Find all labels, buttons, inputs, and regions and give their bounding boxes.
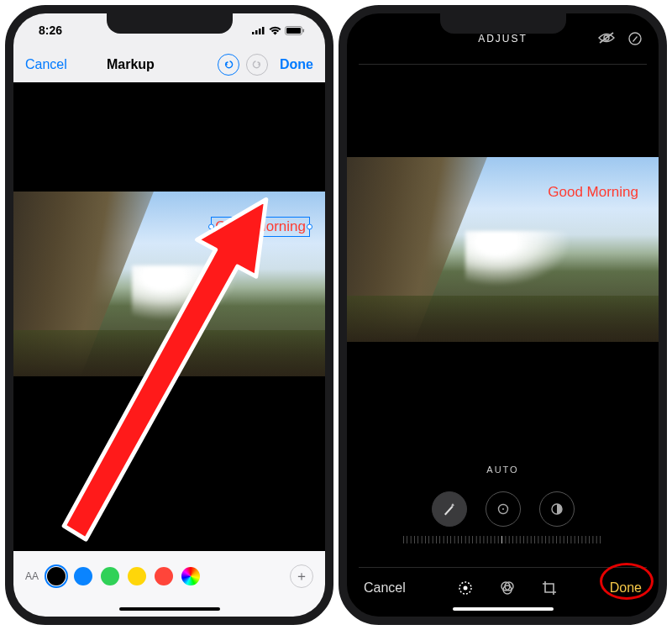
color-swatch-red[interactable] xyxy=(155,567,173,585)
color-swatch-blue[interactable] xyxy=(74,567,92,585)
brilliance-dial[interactable] xyxy=(539,491,575,527)
photo-preview: Good Morning xyxy=(13,192,325,376)
text-style-button[interactable]: AA xyxy=(25,570,39,582)
done-button[interactable]: Done xyxy=(280,57,313,72)
overlay-text: Good Morning xyxy=(548,184,638,201)
resize-handle-right[interactable] xyxy=(307,224,312,230)
auto-label: AUTO xyxy=(347,454,659,475)
cancel-button[interactable]: Cancel xyxy=(364,580,406,596)
photo-foreground xyxy=(13,330,325,376)
svg-rect-0 xyxy=(252,32,255,34)
done-button[interactable]: Done xyxy=(610,580,642,596)
color-swatch-black[interactable] xyxy=(47,567,66,585)
visibility-toggle-icon[interactable] xyxy=(598,32,615,45)
add-markup-button[interactable]: ＋ xyxy=(290,564,313,588)
cellular-icon xyxy=(252,26,265,34)
markup-canvas[interactable]: Good Morning xyxy=(13,82,325,551)
home-indicator xyxy=(13,601,325,617)
adjust-title: ADJUST xyxy=(478,33,528,45)
auto-enhance-dial[interactable] xyxy=(432,491,467,527)
undo-button[interactable] xyxy=(218,54,239,76)
adjust-slider[interactable]: ||||||||||||||||||||||||||||||||||||||||… xyxy=(347,535,659,557)
filters-tab-icon[interactable] xyxy=(499,580,516,596)
edit-canvas[interactable]: Good Morning xyxy=(347,65,659,454)
markup-text: Good Morning xyxy=(215,218,306,234)
home-indicator xyxy=(347,601,659,617)
adjust-tab-icon[interactable] xyxy=(457,580,474,596)
svg-rect-3 xyxy=(262,27,265,34)
photo-preview: Good Morning xyxy=(347,157,659,342)
phone-adjust: ADJUST Good Morning AUTO xyxy=(339,5,667,625)
markup-bottom-bar: AA ＋ xyxy=(13,551,325,601)
resize-handle-left[interactable] xyxy=(208,224,214,230)
markup-toolbar: Cancel Markup Done xyxy=(13,47,325,82)
markup-text-box[interactable]: Good Morning xyxy=(211,217,310,237)
color-swatch-yellow[interactable] xyxy=(128,567,146,585)
svg-rect-6 xyxy=(303,29,305,32)
svg-rect-2 xyxy=(259,29,261,34)
toolbar-title: Markup xyxy=(50,57,211,72)
color-picker-button[interactable] xyxy=(181,567,200,585)
wifi-icon xyxy=(269,26,281,35)
svg-rect-1 xyxy=(255,30,258,34)
svg-point-14 xyxy=(464,586,468,591)
svg-point-11 xyxy=(502,508,504,510)
svg-rect-5 xyxy=(286,28,301,34)
adjust-dials xyxy=(347,475,659,535)
redo-button xyxy=(246,54,268,76)
color-swatch-green[interactable] xyxy=(101,567,119,585)
battery-icon xyxy=(285,26,305,35)
exposure-dial[interactable] xyxy=(486,491,521,527)
crop-tab-icon[interactable] xyxy=(541,580,558,596)
adjust-controls: AUTO |||||||||||||||||||||||||||||||||||… xyxy=(347,454,659,568)
status-time: 8:26 xyxy=(39,24,62,37)
edit-bottom-bar: Cancel Done xyxy=(347,568,659,601)
phone-markup: 8:26 Cancel Markup Done Good Morning xyxy=(5,5,333,625)
notch xyxy=(440,13,566,34)
notch xyxy=(107,13,233,34)
photo-foreground xyxy=(347,296,659,342)
status-icons xyxy=(252,26,305,35)
markup-pen-icon[interactable] xyxy=(628,32,642,45)
